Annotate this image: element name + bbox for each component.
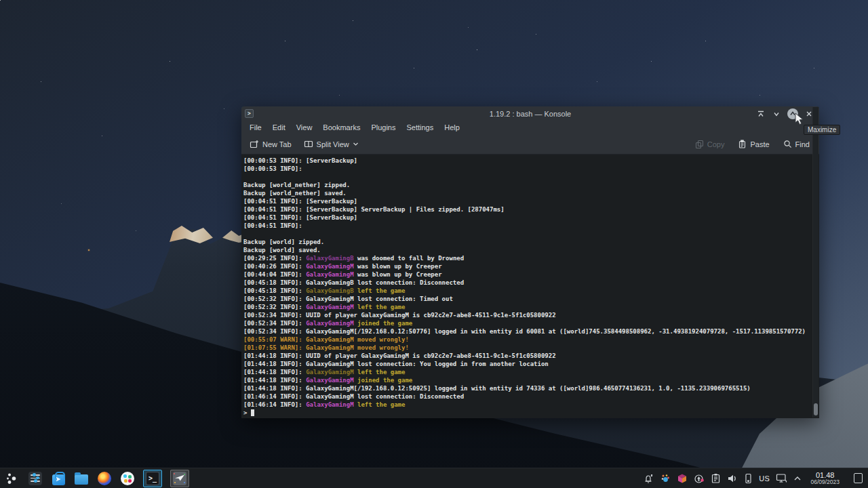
find-button[interactable]: Find (783, 140, 810, 148)
menu-plugins[interactable]: Plugins (371, 123, 395, 131)
paste-label: Paste (750, 140, 769, 148)
clipboard-icon (711, 473, 721, 484)
terminal-scrollbar[interactable] (812, 107, 818, 418)
kde-connect-button[interactable] (744, 473, 753, 484)
paste-button[interactable]: Paste (738, 140, 769, 148)
application-launcher-button[interactable] (5, 471, 20, 486)
app-indicator-button[interactable] (660, 473, 671, 484)
volume-button[interactable] (727, 473, 738, 484)
dolphin-button[interactable] (74, 471, 89, 486)
terminal-line: [01:44:18 INFO]: GalaxyGamingM lost conn… (243, 360, 810, 368)
menu-help[interactable]: Help (444, 123, 460, 131)
terminal-line: [00:04:51 INFO]: (243, 222, 810, 230)
discover-button[interactable] (51, 471, 66, 486)
firefox-button[interactable] (97, 471, 112, 486)
speaker-icon (727, 473, 738, 484)
sliders-icon (28, 472, 42, 485)
phone-icon (744, 473, 753, 484)
monitor-icon (776, 473, 787, 483)
new-tab-label: New Tab (262, 140, 292, 148)
show-desktop-button[interactable] (854, 473, 863, 483)
menu-settings[interactable]: Settings (406, 123, 433, 131)
terminal-line: [01:46:14 INFO]: GalaxyGamingM left the … (243, 401, 810, 409)
menu-file[interactable]: File (250, 123, 262, 131)
taskbar: >_ (0, 468, 868, 488)
terminal-line: Backup [world] saved. (243, 246, 810, 254)
terminal-line: [00:45:18 INFO]: GalaxyGamingB lost conn… (243, 279, 810, 287)
konsole-icon: > (245, 109, 254, 118)
display-button[interactable] (776, 473, 787, 483)
menu-edit[interactable]: Edit (273, 123, 285, 131)
terminal-line: [00:00:53 INFO]: [ServerBackup] (243, 157, 810, 165)
copy-icon (695, 140, 704, 148)
keep-above-button[interactable] (756, 109, 766, 119)
discover-bag-icon (52, 474, 65, 485)
app-launcher-icon (5, 472, 19, 485)
menubar: File Edit View Bookmarks Plugins Setting… (241, 121, 819, 134)
terminal-cursor (251, 409, 254, 416)
terminal-line: [00:52:34 INFO]: UUID of player GalaxyGa… (243, 311, 810, 319)
konsole-window: > 1.19.2 : bash — Konsole File Edit View… (241, 106, 819, 418)
menu-view[interactable]: View (296, 123, 313, 131)
copy-button[interactable]: Copy (695, 140, 725, 148)
chevron-up-icon (793, 476, 802, 481)
split-view-button[interactable]: Split View (304, 140, 359, 148)
terminal-line: [00:04:51 INFO]: [ServerBackup] ServerBa… (243, 205, 810, 214)
update-arrow-icon (694, 473, 705, 484)
terminal-line: [00:40:26 INFO]: GalaxyGamingM was blown… (243, 262, 810, 270)
keyboard-layout-button[interactable]: US (759, 474, 770, 483)
maximize-tooltip: Maximize (804, 125, 840, 135)
terminal-line: [01:44:18 INFO]: GalaxyGamingM joined th… (243, 376, 810, 384)
task-paper-plane-launcher[interactable] (170, 470, 189, 487)
terminal-line: [00:52:34 INFO]: GalaxyGamingM joined th… (243, 319, 810, 327)
stars (0, 0, 1, 1)
find-label: Find (795, 140, 810, 148)
mouse-cursor (795, 113, 804, 126)
terminal-line (243, 173, 810, 181)
scrollbar-thumb[interactable] (814, 403, 818, 415)
cube-app-button[interactable] (677, 473, 688, 484)
notifications-button[interactable] (643, 473, 654, 484)
new-tab-icon (250, 140, 259, 148)
task-konsole[interactable]: >_ (143, 470, 162, 487)
clock-widget[interactable]: 01.48 06/09/2023 (810, 472, 840, 485)
paste-icon (738, 140, 747, 148)
new-tab-button[interactable]: New Tab (250, 140, 292, 148)
dots-app-icon (660, 473, 671, 484)
clock-date: 06/09/2023 (810, 479, 840, 485)
system-settings-button[interactable] (28, 471, 43, 486)
warm-star (88, 249, 90, 251)
updates-button[interactable] (694, 473, 705, 484)
folder-icon (75, 474, 88, 485)
terminal-line: Backup [world] zipped. (243, 238, 810, 246)
toolbar: New Tab Split View Copy Paste Find (241, 134, 819, 155)
terminal-line: [00:52:32 INFO]: GalaxyGamingM left the … (243, 303, 810, 311)
copy-label: Copy (707, 140, 725, 148)
terminal-line: [00:04:51 INFO]: [ServerBackup] (243, 214, 810, 222)
terminal-line: Backup [world_nether] zipped. (243, 181, 810, 189)
terminal-line: [00:04:51 INFO]: [ServerBackup] (243, 197, 810, 205)
terminal-line: [00:55:07 WARN]: GalaxyGamingM moved wro… (243, 336, 810, 344)
bell-icon (643, 473, 654, 484)
clock-time: 01.48 (810, 472, 840, 479)
terminal-line: [00:52:34 INFO]: GalaxyGamingM[/192.168.… (243, 327, 810, 336)
terminal-line: > (243, 409, 810, 417)
terminal-line: [00:44:04 INFO]: GalaxyGamingM was blown… (243, 270, 810, 279)
konsole-task-icon: >_ (146, 472, 159, 485)
terminal-output[interactable]: [00:00:53 INFO]: [ServerBackup][00:00:53… (241, 155, 819, 418)
terminal-line (243, 230, 810, 238)
clipboard-button[interactable] (711, 473, 721, 484)
terminal-line: [00:45:18 INFO]: GalaxyGamingB left the … (243, 287, 810, 295)
terminal-line: [01:44:18 INFO]: GalaxyGamingM left the … (243, 368, 810, 376)
expand-tray-button[interactable] (793, 476, 802, 481)
chevron-down-icon (353, 142, 359, 146)
search-icon (783, 140, 792, 148)
window-title: 1.19.2 : bash — Konsole (241, 110, 819, 118)
minimize-button[interactable] (772, 109, 781, 119)
terminal-line: [01:07:55 WARN]: GalaxyGamingM moved wro… (243, 344, 810, 352)
titlebar[interactable]: > 1.19.2 : bash — Konsole (241, 106, 819, 121)
terminal-line: [01:44:18 INFO]: GalaxyGamingM[/192.168.… (243, 384, 810, 392)
split-view-label: Split View (317, 140, 349, 148)
menu-bookmarks[interactable]: Bookmarks (323, 123, 360, 131)
slack-button[interactable] (120, 471, 135, 486)
